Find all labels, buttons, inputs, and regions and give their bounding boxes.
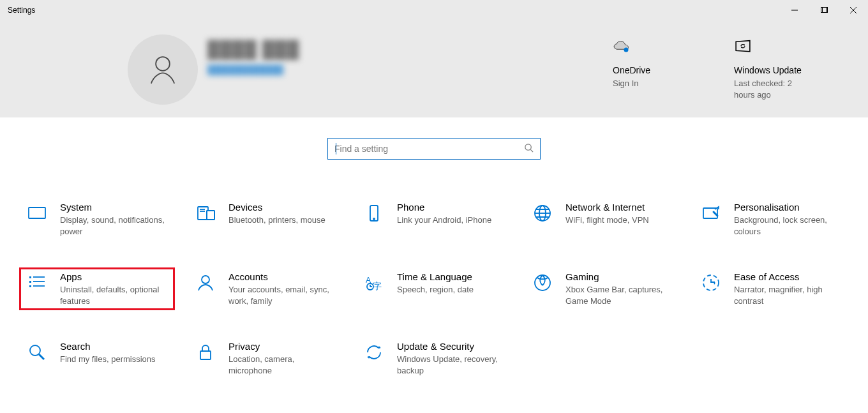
category-title: Gaming <box>565 271 671 282</box>
system-icon <box>26 202 49 225</box>
windows-update-card[interactable]: Windows Update Last checked: 2 hours ago <box>734 37 811 100</box>
personalisation-icon <box>700 202 722 225</box>
category-title: Ease of Access <box>734 271 839 282</box>
category-desc: Speech, region, date <box>397 284 474 296</box>
category-title: Devices <box>228 202 326 213</box>
category-desc: Narrator, magnifier, high contrast <box>734 284 839 306</box>
svg-rect-12 <box>207 211 214 220</box>
category-apps[interactable]: AppsUninstall, defaults, optional featur… <box>19 267 175 310</box>
category-desc: Display, sound, notifications, power <box>60 214 165 237</box>
svg-rect-1 <box>821 8 827 13</box>
minimize-button[interactable] <box>780 0 809 20</box>
privacy-icon <box>194 341 217 364</box>
time-icon: A字 <box>363 271 385 294</box>
maximize-icon <box>820 6 828 14</box>
svg-point-34 <box>535 275 550 290</box>
search-category-icon <box>26 341 49 364</box>
categories-grid: SystemDisplay, sound, notifications, pow… <box>0 170 868 380</box>
phone-icon <box>363 202 385 225</box>
svg-point-35 <box>703 275 719 290</box>
svg-rect-22 <box>29 276 31 278</box>
category-phone[interactable]: PhoneLink your Android, iPhone <box>356 198 512 241</box>
update-title: Windows Update <box>734 65 811 75</box>
category-title: Search <box>60 341 156 352</box>
category-system[interactable]: SystemDisplay, sound, notifications, pow… <box>19 198 175 241</box>
category-title: Apps <box>60 271 165 282</box>
maximize-button[interactable] <box>809 0 839 20</box>
category-title: Phone <box>397 202 491 213</box>
category-desc: Location, camera, microphone <box>228 354 334 376</box>
category-devices[interactable]: DevicesBluetooth, printers, mouse <box>188 198 343 241</box>
accounts-icon <box>194 271 217 294</box>
network-icon <box>531 202 554 225</box>
svg-point-36 <box>30 345 40 356</box>
search-box[interactable] <box>327 138 541 160</box>
svg-point-7 <box>525 144 531 150</box>
user-avatar[interactable] <box>128 34 198 105</box>
category-title: Time & Language <box>397 271 474 282</box>
category-privacy[interactable]: PrivacyLocation, camera, microphone <box>188 337 343 380</box>
category-title: Personalisation <box>734 202 839 213</box>
category-title: System <box>60 202 165 213</box>
category-ease[interactable]: Ease of AccessNarrator, magnifier, high … <box>693 267 849 310</box>
category-desc: Uninstall, defaults, optional features <box>60 284 165 306</box>
svg-rect-38 <box>200 351 211 359</box>
minimize-icon <box>791 6 798 14</box>
category-desc: Link your Android, iPhone <box>397 214 491 226</box>
svg-point-28 <box>202 276 209 283</box>
svg-point-6 <box>624 47 629 52</box>
category-time[interactable]: A字 Time & LanguageSpeech, region, date <box>356 267 512 310</box>
svg-line-8 <box>530 149 533 152</box>
close-button[interactable] <box>839 0 868 20</box>
user-icon <box>144 51 181 88</box>
onedrive-title: OneDrive <box>613 65 689 75</box>
category-desc: Bluetooth, printers, mouse <box>228 214 326 226</box>
svg-line-37 <box>39 354 44 359</box>
category-network[interactable]: Network & InternetWiFi, flight mode, VPN <box>525 198 680 241</box>
apps-icon <box>26 271 49 294</box>
user-info[interactable]: ████ ███ ████████████ <box>207 40 299 75</box>
category-title: Network & Internet <box>565 202 649 213</box>
onedrive-sub: Sign In <box>613 78 689 89</box>
svg-rect-23 <box>29 281 31 283</box>
devices-icon <box>194 202 217 225</box>
update-sub: Last checked: 2 hours ago <box>734 78 811 100</box>
onedrive-card[interactable]: OneDrive Sign In <box>613 37 689 100</box>
category-desc: Find my files, permissions <box>60 354 156 365</box>
category-desc: Your accounts, email, sync, work, family <box>228 284 334 306</box>
user-name: ████ ███ <box>207 40 299 59</box>
svg-rect-24 <box>29 285 31 287</box>
search-icon <box>524 143 534 154</box>
search-input[interactable] <box>334 144 524 154</box>
svg-text:字: 字 <box>373 281 382 291</box>
update-icon <box>734 37 811 56</box>
svg-point-5 <box>156 57 170 71</box>
search-row <box>0 117 868 170</box>
category-search[interactable]: SearchFind my files, permissions <box>19 337 175 380</box>
svg-point-17 <box>373 218 375 220</box>
category-title: Privacy <box>228 341 334 352</box>
text-caret <box>336 143 336 154</box>
category-desc: Windows Update, recovery, backup <box>397 354 502 376</box>
update-security-icon <box>363 341 385 364</box>
category-title: Update & Security <box>397 341 502 352</box>
category-gaming[interactable]: GamingXbox Game Bar, captures, Game Mode <box>525 267 680 310</box>
onedrive-icon <box>613 37 689 56</box>
category-desc: WiFi, flight mode, VPN <box>565 214 649 226</box>
category-desc: Background, lock screen, colours <box>734 214 839 237</box>
category-desc: Xbox Game Bar, captures, Game Mode <box>565 284 671 306</box>
window-controls <box>780 0 868 20</box>
category-accounts[interactable]: AccountsYour accounts, email, sync, work… <box>188 267 343 310</box>
gaming-icon <box>531 271 554 294</box>
ease-icon <box>700 271 722 294</box>
category-title: Accounts <box>228 271 334 282</box>
svg-rect-2 <box>823 8 828 13</box>
category-update[interactable]: Update & SecurityWindows Update, recover… <box>356 337 512 380</box>
title-bar: Settings <box>0 0 868 20</box>
svg-rect-9 <box>29 207 45 218</box>
category-personalisation[interactable]: PersonalisationBackground, lock screen, … <box>693 198 849 241</box>
window-title: Settings <box>0 6 35 15</box>
close-icon <box>849 6 857 14</box>
user-subtitle: ████████████ <box>207 64 299 75</box>
header-area: ████ ███ ████████████ OneDrive Sign In W… <box>0 20 868 117</box>
